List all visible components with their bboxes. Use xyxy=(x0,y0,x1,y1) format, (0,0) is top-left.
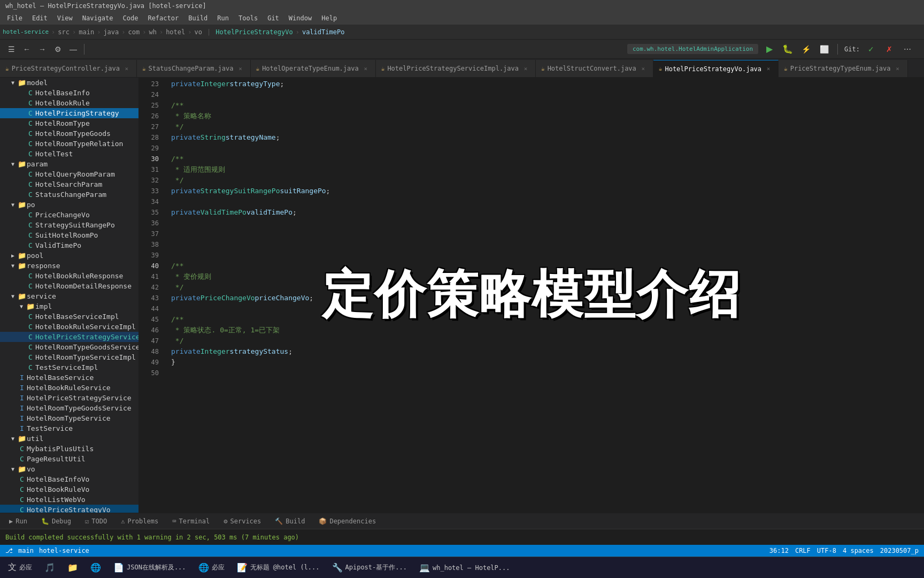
bottom-tab-build[interactable]: 🔨 Build xyxy=(268,516,311,527)
breadcrumb-java[interactable]: java xyxy=(103,28,119,36)
sidebar-item-pricechangevo[interactable]: C PriceChangeVo xyxy=(0,210,138,220)
run-config[interactable]: com.wh.hotel.HotelAdminApplication xyxy=(627,44,758,54)
sidebar-item-hotelpricestrategyservice[interactable]: I HotelPriceStrategyService xyxy=(0,393,138,403)
run-btn[interactable]: ▶ xyxy=(763,42,776,56)
tab-close[interactable]: × xyxy=(361,64,370,73)
breadcrumb-wh[interactable]: wh xyxy=(149,28,156,36)
sidebar-item-vo[interactable]: ▼ 📁 vo xyxy=(0,464,138,474)
sidebar-item-hotelbaseservice[interactable]: I HotelBaseService xyxy=(0,372,138,383)
sidebar-item-hotelroomtypegoods[interactable]: C HotelRoomTypeGoods xyxy=(0,128,138,139)
sidebar-item-hotellistwebvo[interactable]: C HotelListWebVo xyxy=(0,495,138,505)
bottom-tab-dependencies[interactable]: 📦 Dependencies xyxy=(312,516,382,527)
sidebar-item-hotelroomtypegoodsserviceimpl[interactable]: C HotelRoomTypeGoodsServiceImpl xyxy=(0,342,138,352)
tab-close[interactable]: × xyxy=(764,65,773,73)
breadcrumb-vo[interactable]: vo xyxy=(195,28,202,36)
taskbar-item-ide[interactable]: 💻 wh_hotel – HotelP... xyxy=(414,558,515,577)
sidebar-item-hotelqueryrparam[interactable]: C HotelQueryRoomParam xyxy=(0,169,138,179)
taskbar-item-json[interactable]: 📄 JSON在线解析及... xyxy=(108,558,191,577)
bottom-tab-todo[interactable]: ☑ TODO xyxy=(79,516,113,527)
menu-edit[interactable]: Edit xyxy=(28,13,52,23)
coverage-btn[interactable]: ⚡ xyxy=(799,42,813,56)
sidebar-item-hotelbookruleserviceimpl[interactable]: C HotelBookRuleServiceImpl xyxy=(0,322,138,332)
sidebar-item-util[interactable]: ▼ 📁 util xyxy=(0,434,138,444)
tab-hoteloperatetypeenum[interactable]: ☕ HotelOperateTypeEnum.java × xyxy=(251,60,376,77)
breadcrumb-file2[interactable]: validTimePo xyxy=(302,28,344,36)
sidebar-item-param[interactable]: ▼ 📁 param xyxy=(0,159,138,169)
breadcrumb-com[interactable]: com xyxy=(128,28,140,36)
tab-close[interactable]: × xyxy=(236,64,245,73)
bottom-tab-problems[interactable]: ⚠ Problems xyxy=(114,516,165,527)
sidebar-item-hotelroomdetail[interactable]: C HotelRoomDetailResponse xyxy=(0,281,138,291)
menu-help[interactable]: Help xyxy=(317,13,341,23)
debug-btn[interactable]: 🐛 xyxy=(781,42,795,56)
taskbar-item-folder[interactable]: 📁 xyxy=(62,558,83,577)
sidebar-item-service[interactable]: ▼ 📁 service xyxy=(0,291,138,301)
sidebar-item-hotelroomtyperelation[interactable]: C HotelRoomTypeRelation xyxy=(0,139,138,149)
sidebar-item-testserviceimpl[interactable]: C TestServiceImpl xyxy=(0,362,138,372)
breadcrumb-file1[interactable]: HotelPriceStrategyVo xyxy=(215,28,293,36)
sidebar-item-response[interactable]: ▼ 📁 response xyxy=(0,261,138,271)
sidebar-item-po[interactable]: ▼ 📁 po xyxy=(0,200,138,210)
sidebar-item-hotelbookrule[interactable]: C HotelBookRule xyxy=(0,98,138,108)
sidebar-item-hotelroomtype[interactable]: C HotelRoomType xyxy=(0,118,138,128)
sidebar-item-pool[interactable]: ▶ 📁 pool xyxy=(0,250,138,261)
taskbar-item-music[interactable]: 🎵 xyxy=(39,558,60,577)
sidebar-item-hotelpricestrategyvo[interactable]: C HotelPriceStrategyVo xyxy=(0,505,138,513)
sidebar-item-mybatisplusutils[interactable]: C MybatisPlusUtils xyxy=(0,444,138,454)
tab-statuschangeparam[interactable]: ☕ StatusChangeParam.java × xyxy=(137,60,251,77)
toolbar-back-btn[interactable]: ← xyxy=(20,42,34,56)
git-more[interactable]: ⋯ xyxy=(900,42,914,56)
sidebar-item-hoteltest[interactable]: C HotelTest xyxy=(0,149,138,159)
menu-window[interactable]: Window xyxy=(284,13,316,23)
menu-git[interactable]: Git xyxy=(263,13,283,23)
sidebar-item-impl[interactable]: ▼ 📁 impl xyxy=(0,301,138,311)
taskbar-item-browser[interactable]: 🌐 xyxy=(85,558,106,577)
bottom-tab-run[interactable]: ▶ Run xyxy=(3,516,34,527)
sidebar-item-hotelbookrulevo[interactable]: C HotelBookRuleVo xyxy=(0,484,138,495)
git-x[interactable]: ✗ xyxy=(882,42,896,56)
sidebar-item-suithotelroom[interactable]: C SuitHotelRoomPo xyxy=(0,230,138,240)
breadcrumb-hotel[interactable]: hotel xyxy=(166,28,185,36)
bottom-tab-debug[interactable]: 🐛 Debug xyxy=(35,516,78,527)
sidebar-item-statuschangeparam[interactable]: C StatusChangeParam xyxy=(0,189,138,200)
taskbar-item-biyng[interactable]: 🌐 必应 xyxy=(193,558,230,577)
git-check[interactable]: ✓ xyxy=(864,42,878,56)
tab-hotelpriceserviceimpl[interactable]: ☕ HotelPriceStrategyServiceImpl.java × xyxy=(376,60,536,77)
menu-refactor[interactable]: Refactor xyxy=(143,13,183,23)
tab-close[interactable]: × xyxy=(521,64,530,73)
sidebar-item-hotelbookruleresponse[interactable]: C HotelBookRuleResponse xyxy=(0,271,138,281)
menu-tools[interactable]: Tools xyxy=(234,13,262,23)
tab-hotelpricestrategyvo[interactable]: ☕ HotelPriceStrategyVo.java × xyxy=(653,60,779,77)
sidebar-item-pageresultutil[interactable]: C PageResultUtil xyxy=(0,454,138,464)
code-editor[interactable]: 23 24 25 26 27 28 29 30 31 32 33 34 35 3… xyxy=(139,78,924,513)
sidebar-item-hotelsearchparam[interactable]: C HotelSearchParam xyxy=(0,179,138,189)
sidebar-item-hotelpricingstrategy[interactable]: C HotelPricingStrategy xyxy=(0,108,138,118)
sidebar-item-hotelbookruleservice[interactable]: I HotelBookRuleService xyxy=(0,383,138,393)
tab-hotelstructconvert[interactable]: ☕ HotelStructConvert.java × xyxy=(536,60,653,77)
toolbar-forward-btn[interactable]: → xyxy=(35,42,49,56)
stop-btn[interactable]: ⬜ xyxy=(817,42,831,56)
toolbar-menu-btn[interactable]: ☰ xyxy=(4,42,18,56)
menu-build[interactable]: Build xyxy=(184,13,212,23)
taskbar-item-wh-hotel[interactable]: 📝 无标题 @hotel (l... xyxy=(232,558,325,577)
tab-close[interactable]: × xyxy=(894,64,902,73)
menu-code[interactable]: Code xyxy=(119,13,143,23)
sidebar-item-hotelroomtypegoodsservice[interactable]: I HotelRoomTypeGoodsService xyxy=(0,403,138,413)
breadcrumb-src[interactable]: src xyxy=(58,28,70,36)
menu-view[interactable]: View xyxy=(53,13,77,23)
tab-pricestrategytype[interactable]: ☕ PriceStrategyTypeEnum.java × xyxy=(779,60,907,77)
sidebar-item-validtimepo[interactable]: C ValidTimePo xyxy=(0,240,138,250)
sidebar-item-model[interactable]: ▼ 📁 model xyxy=(0,78,138,88)
sidebar-item-hotelbaseinfovo[interactable]: C HotelBaseInfoVo xyxy=(0,474,138,484)
menu-run[interactable]: Run xyxy=(213,13,233,23)
sidebar-item-hotelroomtypeserviceimpl[interactable]: C HotelRoomTypeServiceImpl xyxy=(0,352,138,362)
taskbar-item-apipost[interactable]: 🔧 Apipost-基于作... xyxy=(327,558,412,577)
sidebar-item-hotelpricestrategyserviceimpl[interactable]: C HotelPriceStrategyServiceImpl xyxy=(0,332,138,342)
tab-pricestrategycontroller[interactable]: ☕ PriceStrategyController.java × xyxy=(0,60,137,77)
sidebar-item-hotelbaseinfo[interactable]: C HotelBaseInfo xyxy=(0,88,138,98)
sidebar-item-testservice[interactable]: I TestService xyxy=(0,423,138,434)
toolbar-minimize-btn[interactable]: — xyxy=(66,42,80,56)
tab-close[interactable]: × xyxy=(639,64,648,73)
toolbar-settings-btn[interactable]: ⚙ xyxy=(51,42,65,56)
taskbar-item-chinese[interactable]: 文 必应 xyxy=(3,558,37,577)
